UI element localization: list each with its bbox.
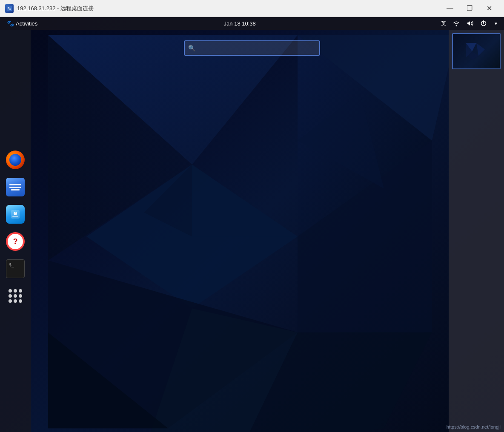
volume-icon[interactable] [465, 19, 475, 28]
gnome-logo-icon: 🐾 [7, 20, 14, 27]
window-title: 192.168.31.232 - 远程桌面连接 [17, 5, 440, 12]
system-tray: 英 ▼ [439, 19, 500, 28]
restore-button[interactable]: ❐ [460, 0, 479, 17]
power-icon[interactable] [478, 19, 489, 28]
dock-item-firefox[interactable] [4, 149, 26, 171]
files-line-3 [11, 189, 20, 190]
files-line-2 [9, 187, 21, 188]
svg-marker-22 [476, 43, 485, 56]
window-icon [5, 4, 14, 13]
window-controls: — ❐ ✕ [440, 0, 499, 17]
svg-marker-11 [192, 165, 298, 236]
clock-display[interactable]: Jan 18 10:38 [40, 20, 439, 27]
search-input[interactable] [184, 40, 320, 56]
activities-button[interactable]: 🐾 Activities [4, 17, 40, 30]
grid-dot [14, 294, 17, 298]
terminal-icon: $_ [6, 259, 25, 278]
app-grid-icon [9, 289, 22, 303]
help-icon: ? [6, 232, 25, 251]
dock-item-terminal[interactable]: $_ [4, 258, 26, 280]
grid-dot [19, 294, 22, 298]
search-icon: 🔍 [188, 45, 195, 51]
activities-label: Activities [16, 20, 37, 27]
software-center-icon [6, 205, 25, 224]
files-icon [6, 178, 25, 196]
grid-dot [9, 294, 12, 298]
wifi-icon[interactable] [451, 19, 461, 28]
gnome-dock: ? $_ [0, 30, 31, 432]
close-button[interactable]: ✕ [479, 0, 499, 17]
gnome-topbar: 🐾 Activities Jan 18 10:38 英 [0, 17, 504, 30]
files-line-1 [9, 184, 21, 185]
remote-desktop: 🐾 Activities Jan 18 10:38 英 [0, 17, 504, 432]
grid-dot [9, 289, 12, 293]
title-bar: 192.168.31.232 - 远程桌面连接 — ❐ ✕ [0, 0, 504, 17]
grid-dot [19, 299, 22, 303]
grid-dot [14, 299, 17, 303]
workspace-thumbnail[interactable] [452, 33, 501, 69]
minimize-button[interactable]: — [440, 0, 460, 17]
svg-rect-1 [8, 7, 9, 9]
svg-rect-20 [12, 216, 18, 217]
desktop-background [0, 17, 504, 432]
firefox-icon [6, 151, 25, 169]
workspace-panel [449, 30, 504, 432]
dock-item-help[interactable]: ? [4, 230, 26, 253]
dock-item-appgrid[interactable] [4, 285, 26, 307]
workspace-thumb-content [453, 34, 500, 68]
dock-item-files[interactable] [4, 176, 26, 198]
chevron-down-icon[interactable]: ▼ [492, 20, 500, 27]
grid-dot [19, 289, 22, 293]
geometric-background [0, 17, 504, 432]
grid-dot [9, 299, 12, 303]
language-indicator[interactable]: 英 [439, 19, 448, 28]
status-link: https://blog.csdn.net/longji [447, 424, 501, 429]
search-container: 🔍 [184, 40, 320, 56]
clock-text: Jan 18 10:38 [224, 20, 256, 27]
grid-dot [14, 289, 17, 293]
svg-rect-2 [9, 9, 11, 10]
dock-item-software[interactable] [4, 203, 26, 225]
